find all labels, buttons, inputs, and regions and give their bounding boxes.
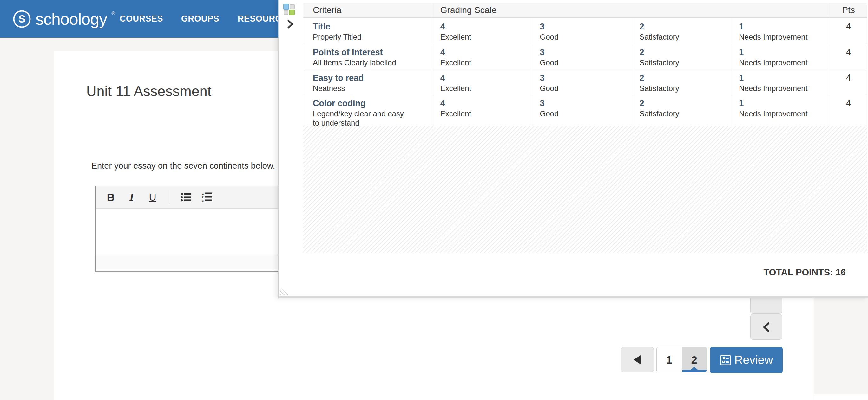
review-label: Review (735, 354, 773, 367)
rubric-cell-excellent: 4Excellent (433, 69, 533, 94)
rubric-points: 4 (830, 95, 867, 126)
total-points: TOTAL POINTS: 16 (764, 267, 846, 278)
page-title: Unit 11 Assessment (86, 83, 211, 100)
svg-text:1: 1 (202, 192, 204, 195)
question-prompt: Enter your essay on the seven continents… (91, 161, 275, 171)
bold-button[interactable]: B (102, 188, 119, 206)
rubric-cell-good: 3Good (533, 18, 632, 43)
rubric-points: 4 (830, 69, 867, 94)
rubric-cell-good: 3Good (533, 43, 632, 69)
page-selector: 1 2 (656, 347, 707, 372)
rubric-cell-good: 3Good (533, 69, 632, 94)
rubric-overlay-panel: Criteria Grading Scale Pts Title Properl… (278, 0, 868, 298)
chevron-right-icon (287, 19, 293, 29)
criterion-description: All Items Clearly labelled (313, 58, 427, 67)
rubric-cell-needs-improvement: 1Needs Improvement (732, 43, 830, 69)
criterion-description: Neatness (313, 84, 427, 93)
page-button-1[interactable]: 1 (657, 347, 682, 372)
rubric-grid-icon (283, 4, 296, 15)
left-triangle-icon (633, 355, 642, 365)
rubric-empty-hatch (303, 127, 867, 253)
screen: S schoology ® COURSES GROUPS RESOURCES U… (0, 0, 868, 400)
criterion-title: Easy to read (313, 72, 427, 84)
rubric-row-color-coding: Color coding Legend/key clear and easy t… (303, 95, 867, 127)
criterion-title: Points of Interest (313, 46, 427, 58)
nav-item-groups[interactable]: GROUPS (181, 0, 219, 38)
rubric-cell-satisfactory: 2Satisfactory (632, 69, 732, 94)
review-rubric-icon (720, 354, 731, 366)
rubric-table: Criteria Grading Scale Pts Title Properl… (303, 3, 867, 253)
rubric-cell-satisfactory: 2Satisfactory (632, 95, 732, 126)
svg-text:2: 2 (202, 196, 204, 199)
previous-page-button[interactable] (621, 347, 654, 372)
rubric-row-points-of-interest: Points of Interest All Items Clearly lab… (303, 43, 867, 69)
rubric-header-row: Criteria Grading Scale Pts (303, 3, 867, 18)
panel-resize-handle[interactable] (280, 288, 288, 295)
numbered-list-icon[interactable]: 1 2 3 (198, 188, 215, 206)
brand-name: schoology (35, 9, 107, 29)
review-button[interactable]: Review (710, 347, 783, 373)
rubric-cell-satisfactory: 2Satisfactory (632, 43, 732, 69)
bullet-list-icon[interactable] (178, 188, 194, 206)
chevron-left-icon (763, 322, 770, 332)
pts-header: Pts (830, 3, 867, 18)
italic-button[interactable]: I (123, 188, 140, 206)
rubric-cell-excellent: 4Excellent (433, 18, 533, 43)
brand-registered-mark: ® (111, 10, 115, 16)
rubric-points: 4 (830, 43, 867, 69)
nav-item-courses[interactable]: COURSES (120, 0, 163, 38)
rubric-cell-excellent: 4Excellent (433, 95, 533, 126)
rubric-cell-excellent: 4Excellent (433, 43, 533, 69)
criterion-description: Legend/key clear and easy to understand (313, 109, 408, 127)
rubric-row-title: Title Properly Titled 4Excellent 3Good 2… (303, 18, 867, 43)
svg-text:3: 3 (202, 199, 204, 202)
rubric-cell-satisfactory: 2Satisfactory (632, 18, 732, 43)
criterion-description: Properly Titled (313, 32, 427, 41)
rubric-points: 4 (830, 18, 867, 43)
page-button-2[interactable]: 2 (682, 347, 707, 372)
rubric-row-easy-to-read: Easy to read Neatness 4Excellent 3Good 2… (303, 69, 867, 95)
grading-scale-header: Grading Scale (433, 3, 830, 18)
rubric-cell-needs-improvement: 1Needs Improvement (732, 18, 830, 43)
schoology-logo[interactable]: S schoology ® (13, 0, 115, 38)
rubric-cell-needs-improvement: 1Needs Improvement (732, 69, 830, 94)
collapse-rubric-button[interactable] (285, 19, 296, 30)
criteria-header: Criteria (303, 3, 433, 18)
open-sidebar-button[interactable] (750, 314, 782, 340)
rubric-cell-needs-improvement: 1Needs Improvement (732, 95, 830, 126)
criterion-title: Title (313, 21, 427, 32)
rubric-cell-good: 3Good (533, 95, 632, 126)
svg-text:S: S (19, 13, 26, 25)
schoology-s-icon: S (13, 10, 31, 28)
page-bottom-corner (814, 394, 868, 400)
underline-button[interactable]: U (144, 188, 161, 206)
criterion-title: Color coding (313, 98, 427, 109)
panel-bottom-edge (279, 296, 868, 298)
toolbar-separator (169, 190, 169, 204)
